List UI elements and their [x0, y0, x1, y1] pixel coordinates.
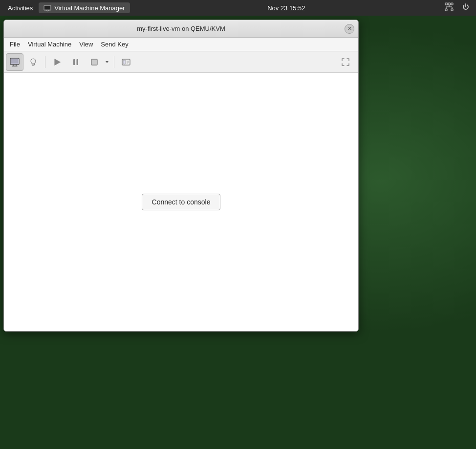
- svg-rect-2: [445, 3, 448, 5]
- network-tray-icon[interactable]: [443, 1, 455, 14]
- svg-rect-1: [44, 6, 50, 9]
- connect-console-button[interactable]: Connect to console: [142, 194, 221, 210]
- vm-window: my-first-live-vm on QEMU/KVM ✕ File Virt…: [3, 20, 359, 332]
- app-name-label: Virtual Machine Manager: [54, 4, 125, 12]
- menu-bar: File Virtual Machine View Send Key: [4, 38, 358, 51]
- toolbar-separator-1: [45, 56, 45, 68]
- svg-rect-16: [77, 59, 79, 65]
- menu-send-key[interactable]: Send Key: [97, 40, 132, 49]
- stop-button[interactable]: [86, 53, 103, 71]
- svg-marker-18: [106, 61, 108, 63]
- vm-content-area: Connect to console: [4, 73, 358, 331]
- play-icon: [52, 57, 62, 67]
- svg-rect-9: [445, 9, 447, 11]
- details-button[interactable]: [24, 53, 42, 71]
- svg-rect-3: [448, 3, 451, 5]
- menu-virtual-machine[interactable]: Virtual Machine: [24, 40, 75, 49]
- window-title: my-first-live-vm on QEMU/KVM: [18, 25, 345, 32]
- pause-icon: [71, 57, 81, 67]
- snapshot-button[interactable]: [117, 53, 135, 71]
- activities-button[interactable]: Activities: [4, 3, 37, 13]
- toolbar-separator-2: [114, 56, 114, 68]
- stop-arrow-button[interactable]: [103, 53, 111, 71]
- menu-file[interactable]: File: [6, 40, 24, 49]
- svg-rect-15: [73, 59, 75, 65]
- window-titlebar: my-first-live-vm on QEMU/KVM ✕: [4, 20, 358, 38]
- bulb-icon: [28, 57, 38, 67]
- stop-button-group: [86, 53, 111, 71]
- menu-view[interactable]: View: [75, 40, 97, 49]
- window-close-button[interactable]: ✕: [345, 24, 354, 34]
- app-indicator[interactable]: Virtual Machine Manager: [39, 2, 130, 13]
- display-button[interactable]: [6, 53, 23, 71]
- svg-rect-20: [123, 60, 126, 64]
- power-tray-icon[interactable]: [459, 1, 472, 14]
- datetime-label: Nov 23 15:52: [267, 4, 305, 12]
- snapshot-icon: [121, 57, 131, 67]
- arrow-down-icon: [105, 60, 109, 65]
- run-button[interactable]: [48, 53, 66, 71]
- svg-rect-4: [451, 3, 453, 5]
- display-icon: [10, 57, 20, 67]
- virt-manager-icon: [43, 4, 51, 12]
- system-bar: Activities Virtual Machine Manager Nov 2…: [0, 0, 476, 16]
- svg-rect-10: [451, 9, 453, 11]
- toolbar: [4, 51, 358, 73]
- stop-icon: [89, 57, 99, 67]
- svg-rect-17: [91, 59, 97, 65]
- fullscreen-button[interactable]: [337, 53, 354, 71]
- fullscreen-icon: [341, 57, 350, 67]
- svg-marker-14: [55, 59, 60, 65]
- pause-button[interactable]: [67, 53, 85, 71]
- svg-rect-12: [11, 59, 18, 64]
